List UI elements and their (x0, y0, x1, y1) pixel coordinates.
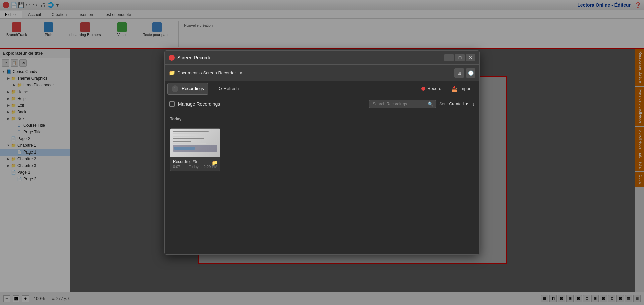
refresh-label: Refresh (224, 86, 239, 91)
sort-label: Sort: (439, 102, 448, 106)
manage-sort[interactable]: Sort: Created ▼ (439, 102, 469, 106)
recorder-title-icon (169, 55, 175, 61)
recording-meta: 0:07 Today at 2:29 PM (173, 165, 217, 169)
recordings-count-badge: 1 (172, 85, 178, 92)
recording-card-footer: Recording #5 0:07 Today at 2:29 PM 📁 (170, 157, 220, 171)
recorder-grid-view-button[interactable]: ⊞ (454, 68, 464, 78)
record-label: Record (427, 86, 441, 91)
record-button[interactable]: Record (416, 84, 446, 94)
modal-overlay: Screen Recorder — □ ✕ 📁 Documents \ Scre… (0, 0, 644, 305)
record-dot-icon (421, 87, 425, 91)
recordings-tab[interactable]: 1 Recordings (167, 83, 208, 95)
import-label: Import (459, 86, 472, 91)
recorder-dialog: Screen Recorder — □ ✕ 📁 Documents \ Scre… (164, 50, 480, 255)
import-button[interactable]: 📥 Import (446, 84, 477, 94)
recorder-content: Manage Recordings 🔍 Sort: Created ▼ ↕ To… (165, 96, 479, 254)
recorder-maximize-button[interactable]: □ (455, 54, 465, 61)
nav-separator (211, 85, 211, 93)
recorder-path-actions: ⊞ 🕐 (454, 68, 475, 78)
recording-name: Recording #5 (173, 159, 217, 164)
recorder-nav: 1 Recordings ↻ Refresh Record 📥 Import (165, 81, 479, 96)
manage-bar: Manage Recordings 🔍 Sort: Created ▼ ↕ (165, 96, 479, 112)
folder-icon: 📁 (169, 70, 175, 76)
recording-card-1[interactable]: Recording #5 0:07 Today at 2:29 PM 📁 (170, 128, 220, 171)
recorder-titlebar-controls: — □ ✕ (444, 54, 475, 61)
recorder-history-button[interactable]: 🕐 (466, 68, 475, 78)
manage-search: 🔍 (369, 100, 436, 108)
import-icon: 📥 (451, 86, 457, 92)
recorder-title-text: Screen Recorder (177, 55, 213, 60)
search-input[interactable] (369, 100, 436, 108)
sort-direction-icon[interactable]: ↕ (472, 101, 475, 107)
recordings-tab-label: Recordings (182, 86, 204, 91)
recording-cards: Recording #5 0:07 Today at 2:29 PM 📁 (165, 128, 479, 176)
recorder-path-text: Documents \ Screen Recorder (177, 70, 236, 75)
manage-label: Manage Recordings (178, 101, 220, 107)
recording-card-thumbnail (170, 129, 220, 157)
recorder-titlebar: Screen Recorder — □ ✕ (165, 51, 479, 65)
refresh-icon: ↻ (218, 86, 222, 92)
section-today-title: Today (165, 112, 479, 124)
section-divider (170, 124, 474, 124)
recording-duration: 0:07 (173, 165, 180, 169)
manage-select-all-checkbox[interactable] (169, 101, 175, 107)
recorder-close-button[interactable]: ✕ (466, 54, 475, 61)
recording-folder-icon[interactable]: 📁 (212, 160, 217, 165)
chevron-down-icon[interactable]: ▼ (239, 70, 243, 75)
sort-value[interactable]: Created ▼ (449, 102, 469, 106)
search-icon: 🔍 (428, 101, 433, 107)
recorder-path-bar: 📁 Documents \ Screen Recorder ▼ ⊞ 🕐 (165, 65, 479, 81)
sort-dropdown-icon: ▼ (465, 102, 469, 106)
refresh-button[interactable]: ↻ Refresh (214, 84, 244, 94)
recorder-path: 📁 Documents \ Screen Recorder ▼ (169, 70, 243, 76)
recorder-minimize-button[interactable]: — (444, 54, 454, 61)
